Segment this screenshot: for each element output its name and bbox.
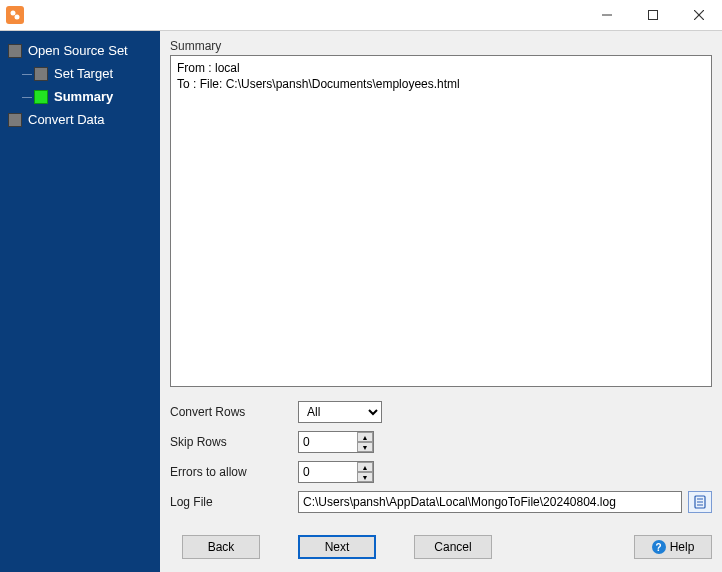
titlebar [0,0,722,30]
svg-point-1 [15,15,20,20]
summary-textarea[interactable]: From : local To : File: C:\Users\pansh\D… [170,55,712,387]
step-box-icon [34,67,48,81]
help-button[interactable]: ? Help [634,535,712,559]
skip-rows-down-icon[interactable]: ▼ [357,442,373,452]
skip-rows-label: Skip Rows [170,435,298,449]
wizard-button-bar: Back Next Cancel ? Help [170,535,712,559]
close-button[interactable] [676,0,722,30]
app-icon [6,6,24,24]
browse-log-button[interactable] [688,491,712,513]
wizard-sidebar: Open Source Set Set Target Summary Conve… [0,31,160,572]
svg-point-0 [11,11,16,16]
log-file-input[interactable] [298,491,682,513]
maximize-button[interactable] [630,0,676,30]
step-set-target[interactable]: Set Target [0,62,160,85]
step-summary[interactable]: Summary [0,85,160,108]
step-box-icon [34,90,48,104]
skip-rows-up-icon[interactable]: ▲ [357,432,373,442]
step-label: Open Source Set [28,43,128,58]
svg-rect-3 [649,11,658,20]
document-icon [693,495,707,509]
step-label: Set Target [54,66,113,81]
step-box-icon [8,44,22,58]
step-convert-data[interactable]: Convert Data [0,108,160,131]
cancel-button[interactable]: Cancel [414,535,492,559]
window-controls [584,0,722,30]
convert-rows-select[interactable]: All [298,401,382,423]
step-label: Convert Data [28,112,105,127]
minimize-button[interactable] [584,0,630,30]
help-icon: ? [652,540,666,554]
errors-allow-up-icon[interactable]: ▲ [357,462,373,472]
step-open-source-set[interactable]: Open Source Set [0,39,160,62]
errors-allow-label: Errors to allow [170,465,298,479]
step-box-icon [8,113,22,127]
main-panel: Summary From : local To : File: C:\Users… [160,31,722,572]
summary-group-label: Summary [170,39,712,53]
convert-rows-label: Convert Rows [170,405,298,419]
errors-allow-down-icon[interactable]: ▼ [357,472,373,482]
next-button[interactable]: Next [298,535,376,559]
back-button[interactable]: Back [182,535,260,559]
log-file-label: Log File [170,495,298,509]
step-label: Summary [54,89,113,104]
options-form: Convert Rows All Skip Rows ▲ ▼ Errors to… [170,401,712,521]
